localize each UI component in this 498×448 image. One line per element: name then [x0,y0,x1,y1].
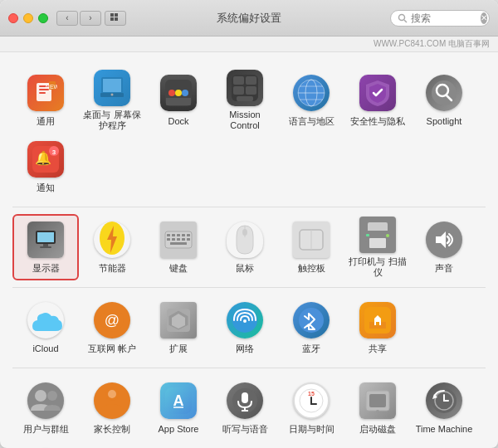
icon-item-general[interactable]: NEW通用 [12,67,79,134]
svg-rect-47 [167,234,170,236]
icon-item-datetime[interactable]: 15日期与时间 [278,375,344,441]
icon-item-display[interactable]: 显示器 [12,214,79,280]
svg-rect-53 [172,238,175,241]
search-box[interactable]: ✕ [390,10,490,27]
svg-text:@: @ [105,312,120,329]
dictation-icon [225,381,265,421]
svg-point-19 [175,90,182,96]
search-input[interactable] [411,12,477,24]
icon-item-printer[interactable]: 打印机与 扫描仪 [344,214,411,280]
svg-text:A: A [173,392,184,409]
svg-point-20 [182,90,188,96]
svg-rect-9 [39,92,46,94]
energy-icon [92,220,132,260]
svg-rect-93 [369,394,386,407]
svg-rect-65 [366,234,369,236]
icon-item-dictation[interactable]: 听写与语音 [212,375,278,441]
forward-button[interactable]: › [80,11,101,26]
bluetooth-icon [291,300,331,340]
appstore-label: App Store [159,424,199,435]
icon-item-spotlight[interactable]: Spotlight [411,67,477,134]
users-icon [26,381,66,421]
nav-buttons: ‹ › [56,11,101,26]
minimize-button[interactable] [23,13,33,23]
icon-item-icloud[interactable]: iCloud [12,295,79,361]
icon-item-sound[interactable]: 声音 [411,214,477,280]
network-label: 网络 [236,343,254,354]
icon-item-desktop[interactable]: 桌面与 屏幕保护程序 [79,67,145,134]
icon-item-trackpad[interactable]: 触控板 [278,214,344,280]
icon-item-accessibility[interactable]: 辅助功能 [12,441,79,448]
icon-item-mission[interactable]: Mission Control [212,67,278,134]
printer-icon [358,217,398,253]
sharing-icon [358,300,398,340]
svg-rect-64 [369,238,386,248]
language-icon [291,73,331,113]
icon-item-startup[interactable]: 启动磁盘 [344,375,411,441]
close-button[interactable] [8,13,18,23]
display-label: 显示器 [32,263,60,274]
icon-item-extensions[interactable]: 扩展 [145,295,212,361]
mouse-icon [225,220,265,260]
svg-point-66 [386,234,389,237]
svg-text:NEW: NEW [46,84,57,90]
icon-item-sharing[interactable]: 共享 [344,295,411,361]
icon-item-network[interactable]: 网络 [212,295,278,361]
sound-icon [424,220,464,260]
svg-rect-3 [115,17,118,21]
svg-point-78 [47,391,57,401]
icon-item-parental[interactable]: 家长控制 [79,375,145,441]
svg-rect-26 [237,96,253,101]
svg-rect-24 [233,86,244,95]
datetime-icon: 15 [291,381,331,421]
svg-point-59 [242,229,247,236]
parental-icon [92,381,132,421]
internet-icon: @ [92,300,132,340]
svg-rect-49 [177,234,180,236]
icon-item-appstore[interactable]: AApp Store [145,375,212,441]
svg-rect-76 [376,322,379,325]
mouse-label: 鼠标 [236,263,254,274]
svg-rect-2 [110,17,114,21]
trackpad-label: 触控板 [298,263,325,274]
icon-item-notify[interactable]: 3🔔通知 [12,134,79,200]
icon-item-users[interactable]: 用户与群组 [12,375,79,441]
back-button[interactable]: ‹ [56,11,78,26]
icloud-label: iCloud [32,343,58,354]
language-label: 语言与地区 [289,116,334,127]
timemachine-label: Time Machine [416,424,473,435]
icon-item-dock[interactable]: Dock [145,67,212,134]
search-clear-button[interactable]: ✕ [481,12,487,24]
svg-rect-85 [242,392,248,403]
icon-item-timemachine[interactable]: Time Machine [411,375,477,441]
svg-point-18 [168,90,175,96]
internet-label: 互联网 帐户 [88,343,136,354]
energy-label: 节能器 [99,263,126,274]
svg-point-80 [108,390,116,398]
icon-item-internet[interactable]: @互联网 帐户 [79,295,145,361]
system-preferences-window: ‹ › 系统偏好设置 ✕ WWW.PC841.COM 电脑百事网 NEW通用桌面… [0,0,498,448]
icon-item-bluetooth[interactable]: 蓝牙 [278,295,344,361]
svg-rect-52 [167,238,170,241]
svg-rect-51 [187,234,190,236]
grid-button[interactable] [105,11,126,26]
icon-item-security[interactable]: 安全性与隐私 [344,67,411,134]
icon-item-language[interactable]: 语言与地区 [278,67,344,134]
icon-item-mouse[interactable]: 鼠标 [212,214,278,280]
icon-item-keyboard[interactable]: 键盘 [145,214,212,280]
mission-icon [225,70,265,106]
svg-rect-0 [110,13,114,17]
parental-label: 家长控制 [94,424,130,435]
sharing-label: 共享 [369,343,387,354]
dictation-label: 听写与语音 [222,424,268,435]
svg-line-5 [404,20,407,22]
svg-rect-1 [115,13,118,17]
watermark: WWW.PC841.COM 电脑百事网 [0,37,498,52]
icon-item-energy[interactable]: 节能器 [79,214,145,280]
general-icon: NEW [26,73,66,113]
svg-point-4 [399,14,405,20]
general-label: 通用 [37,116,55,127]
maximize-button[interactable] [38,13,48,23]
desktop-icon [92,70,132,106]
svg-point-94 [376,410,379,413]
